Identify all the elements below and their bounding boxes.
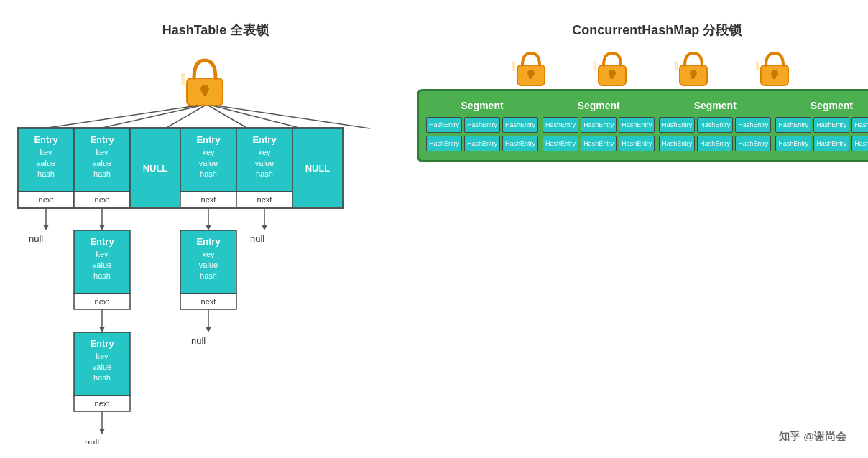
segment-4-label: Segment (775, 100, 868, 111)
svg-text:hash: hash (93, 373, 111, 382)
watermark: 知乎 @谢尚会 (779, 430, 846, 444)
svg-rect-97 (756, 61, 759, 71)
segment-4-row2: HashEntry HashEntry HashEntry (775, 136, 868, 151)
segment-4: Segment HashEntry HashEntry HashEntry Ha… (775, 100, 868, 151)
svg-text:key: key (40, 148, 52, 156)
segment-2-label: Segment (542, 100, 655, 111)
svg-text:key: key (96, 148, 108, 156)
segment-2-row2: HashEntry HashEntry HashEntry (542, 136, 655, 151)
svg-text:key: key (258, 148, 271, 156)
svg-marker-80 (262, 225, 267, 230)
lock-icon-3 (660, 50, 735, 89)
svg-rect-2 (203, 89, 207, 96)
svg-text:next: next (39, 195, 54, 204)
svg-rect-3 (181, 73, 185, 85)
svg-text:value: value (199, 159, 218, 167)
svg-rect-88 (610, 73, 614, 79)
hash-entry: HashEntry (697, 136, 733, 151)
hash-entry: HashEntry (775, 117, 811, 133)
concurrent-title: ConcurrentHashMap 分段锁 (572, 22, 742, 39)
svg-rect-93 (675, 61, 678, 71)
hash-entry: HashEntry (426, 136, 462, 151)
lock-icon-4 (741, 50, 816, 89)
hash-entry: HashEntry (813, 136, 849, 151)
hash-entry: HashEntry (464, 117, 500, 133)
hash-entry: HashEntry (619, 117, 655, 133)
svg-text:hash: hash (37, 169, 55, 178)
hash-entry: HashEntry (659, 136, 695, 151)
svg-rect-85 (512, 61, 515, 71)
svg-marker-56 (99, 327, 105, 332)
svg-marker-68 (206, 225, 211, 230)
svg-text:next: next (95, 399, 110, 408)
segment-1: Segment HashEntry HashEntry HashEntry Ha… (426, 100, 538, 151)
hashtable-title: HashTable 全表锁 (162, 22, 269, 39)
hash-entry: HashEntry (502, 117, 538, 133)
svg-text:Entry: Entry (196, 236, 221, 247)
hash-entry: HashEntry (735, 117, 771, 133)
segment-2: Segment HashEntry HashEntry HashEntry Ha… (542, 100, 655, 151)
segment-2-row1: HashEntry HashEntry HashEntry (542, 117, 655, 133)
svg-text:null: null (250, 233, 264, 244)
svg-rect-89 (594, 61, 596, 71)
svg-text:hash: hash (93, 169, 111, 178)
svg-text:next: next (95, 297, 110, 306)
hash-entry: HashEntry (581, 117, 617, 133)
hash-entry: HashEntry (735, 136, 771, 151)
svg-text:NULL: NULL (305, 163, 331, 174)
svg-marker-47 (99, 225, 105, 230)
segment-1-label: Segment (426, 100, 538, 111)
svg-marker-65 (99, 429, 105, 434)
svg-text:key: key (202, 148, 215, 156)
hash-entry: HashEntry (542, 117, 578, 133)
svg-text:hash: hash (200, 271, 217, 280)
hash-entry: HashEntry (581, 136, 617, 151)
svg-line-9 (216, 106, 370, 128)
svg-text:key: key (96, 250, 108, 258)
svg-text:Entry: Entry (90, 338, 114, 349)
svg-text:key: key (202, 250, 215, 258)
segment-3-row1: HashEntry HashEntry HashEntry (659, 117, 771, 133)
svg-text:next: next (257, 195, 272, 204)
hash-entry: HashEntry (851, 117, 868, 133)
hash-entry: HashEntry (502, 136, 538, 151)
segment-4-row1: HashEntry HashEntry HashEntry (775, 117, 868, 133)
svg-text:NULL: NULL (143, 163, 168, 174)
svg-marker-77 (206, 327, 211, 332)
svg-rect-92 (691, 73, 695, 79)
svg-text:hash: hash (200, 169, 217, 178)
hash-entry: HashEntry (813, 117, 849, 133)
svg-text:key: key (96, 352, 108, 360)
concurrent-section: ConcurrentHashMap 分段锁 (417, 14, 868, 444)
svg-text:next: next (201, 195, 216, 204)
svg-text:Entry: Entry (252, 134, 277, 145)
svg-text:value: value (199, 261, 218, 269)
svg-text:next: next (201, 297, 216, 306)
hash-entry: HashEntry (619, 136, 655, 151)
svg-text:Entry: Entry (90, 134, 114, 145)
segment-3-row2: HashEntry HashEntry HashEntry (659, 136, 771, 151)
segment-1-row2: HashEntry HashEntry HashEntry (426, 136, 538, 151)
hash-entry: HashEntry (426, 117, 462, 133)
hash-entry: HashEntry (659, 117, 695, 133)
svg-text:value: value (255, 159, 274, 167)
svg-text:hash: hash (256, 169, 273, 178)
main-container: HashTable 全表锁 (0, 0, 868, 458)
hash-entry: HashEntry (697, 117, 733, 133)
svg-text:null: null (85, 437, 99, 444)
hash-entry: HashEntry (775, 136, 811, 151)
segments-container: Segment HashEntry HashEntry HashEntry Ha… (417, 89, 868, 162)
svg-text:Entry: Entry (196, 134, 221, 145)
hashtable-section: HashTable 全表锁 (14, 14, 417, 444)
hash-entry: HashEntry (464, 136, 500, 151)
segment-3: Segment HashEntry HashEntry HashEntry Ha… (659, 100, 771, 151)
svg-text:value: value (93, 363, 111, 371)
svg-rect-96 (772, 73, 776, 79)
segment-1-row1: HashEntry HashEntry HashEntry (426, 117, 538, 133)
svg-text:Entry: Entry (90, 236, 114, 247)
svg-text:value: value (93, 159, 111, 167)
svg-text:Entry: Entry (34, 134, 58, 145)
svg-line-8 (212, 106, 302, 128)
svg-line-4 (43, 106, 198, 128)
segment-3-label: Segment (659, 100, 771, 111)
